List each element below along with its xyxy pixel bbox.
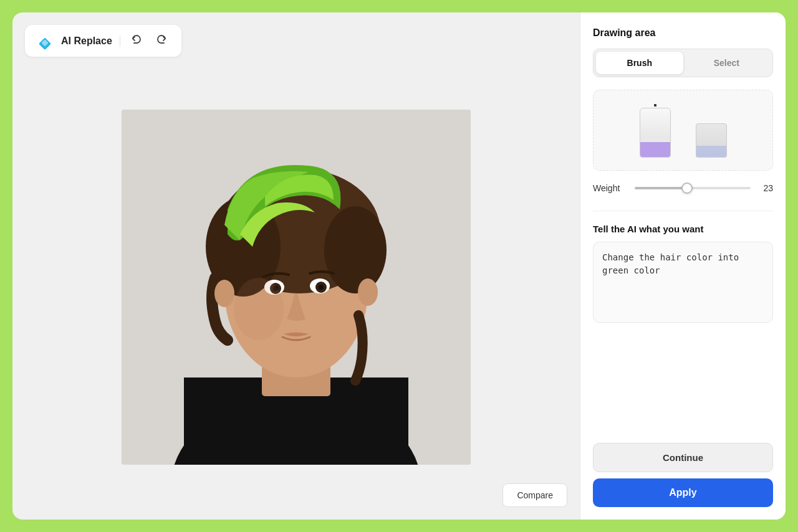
undo-icon	[130, 34, 143, 46]
svg-point-9	[324, 206, 387, 293]
drawing-area-title: Drawing area	[593, 27, 773, 39]
brush-tool-inactive[interactable]	[696, 123, 727, 158]
app-title: AI Replace	[61, 36, 120, 47]
weight-value: 23	[758, 183, 773, 193]
ai-replace-icon	[36, 32, 54, 50]
drawing-toggle: Brush Select	[593, 49, 773, 77]
toolbar: AI Replace	[25, 25, 181, 57]
divider	[593, 211, 773, 211]
redo-button[interactable]	[153, 31, 170, 50]
apply-button[interactable]: Apply	[593, 478, 773, 507]
main-container: AI Replace	[12, 12, 786, 520]
right-panel: Drawing area Brush Select	[580, 12, 786, 520]
continue-button[interactable]: Continue	[593, 443, 773, 472]
svg-point-18	[234, 278, 284, 340]
brush-body	[640, 108, 671, 158]
weight-slider[interactable]	[635, 187, 751, 189]
brush-bottom	[640, 142, 670, 157]
select-tab[interactable]: Select	[683, 52, 771, 74]
ai-section-title: Tell the AI what you want	[593, 224, 773, 234]
brush-tools-area	[593, 90, 773, 171]
person-photo	[122, 110, 471, 465]
brush-shape-inactive	[696, 123, 727, 158]
weight-row: Weight 23	[593, 183, 773, 193]
left-panel: AI Replace	[12, 12, 580, 520]
brush-tip	[654, 104, 656, 107]
eraser-bottom	[696, 146, 726, 157]
undo-button[interactable]	[128, 31, 145, 50]
compare-button[interactable]: Compare	[502, 483, 567, 507]
weight-label: Weight	[593, 183, 627, 193]
brush-shape-active	[640, 104, 671, 158]
brush-tool-active[interactable]	[640, 104, 671, 158]
image-area	[25, 67, 567, 507]
svg-point-15	[319, 285, 324, 290]
prompt-textarea[interactable]	[593, 242, 773, 323]
redo-icon	[155, 34, 168, 46]
brush-tab[interactable]: Brush	[596, 52, 683, 74]
svg-point-17	[358, 278, 378, 306]
action-buttons: Continue Apply	[593, 443, 773, 507]
eraser-body	[696, 123, 727, 158]
svg-point-16	[214, 280, 234, 307]
photo-frame	[122, 110, 471, 465]
